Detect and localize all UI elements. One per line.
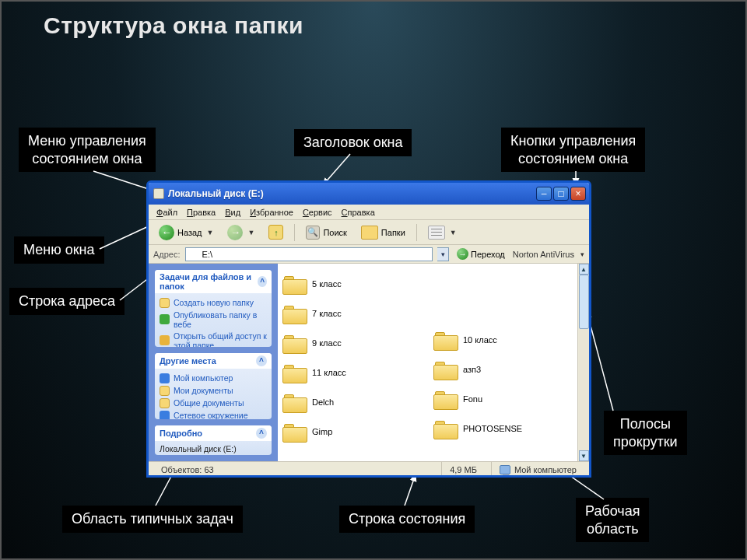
folder-item[interactable]: 11 класс xyxy=(282,359,415,387)
collapse-icon[interactable]: ^ xyxy=(258,276,267,287)
menu-bar: Файл Правка Вид Избранное Сервис Справка xyxy=(149,205,589,220)
menu-view[interactable]: Вид xyxy=(225,208,240,217)
scroll-down-icon[interactable]: ▼ xyxy=(579,450,589,461)
folder-item[interactable]: 10 класс xyxy=(433,326,566,354)
up-button[interactable] xyxy=(263,222,289,242)
content-area[interactable]: 5 класс7 класс9 класс11 классDelchGimp 1… xyxy=(278,264,589,461)
folder-item[interactable]: 9 класс xyxy=(282,329,415,357)
folder-icon xyxy=(433,419,457,438)
label-control-buttons: Кнопки управления состоянием окна xyxy=(501,128,645,172)
folder-label: 10 класс xyxy=(463,335,497,345)
folders-icon xyxy=(361,226,378,240)
chevron-down-icon: ▼ xyxy=(450,229,457,236)
folder-icon xyxy=(433,360,457,379)
address-value: E:\ xyxy=(202,250,212,259)
chevron-down-icon: ▼ xyxy=(207,229,214,236)
task-share[interactable]: Открыть общий доступ к этой папке xyxy=(160,330,267,347)
collapse-icon[interactable]: ^ xyxy=(256,355,267,366)
address-bar: Адрес: E:\ ▾ → Переход Norton AntiVirus … xyxy=(149,245,589,264)
panel-details: Подробно ^ Локальный диск (E:) xyxy=(155,425,272,455)
label-address: Строка адреса xyxy=(9,288,124,315)
network-icon xyxy=(160,411,170,419)
address-input[interactable]: E:\ xyxy=(185,247,433,261)
go-icon: → xyxy=(457,248,468,260)
folder-icon xyxy=(160,386,170,396)
folder-item[interactable]: Delch xyxy=(282,388,415,416)
folder-icon xyxy=(282,275,306,293)
place-my-docs[interactable]: Мои документы xyxy=(160,384,267,397)
window-title: Локальный диск (E:) xyxy=(168,188,536,199)
status-location: Мой компьютер xyxy=(491,462,584,477)
folder-item[interactable]: Fonu xyxy=(433,385,566,413)
folder-item[interactable]: азп3 xyxy=(433,355,566,383)
folders-button[interactable]: Папки xyxy=(356,223,411,242)
views-button[interactable]: ▼ xyxy=(423,223,462,242)
folder-icon xyxy=(282,393,306,411)
separator xyxy=(416,224,417,241)
status-objects: Объектов: 63 xyxy=(153,462,309,477)
folder-item[interactable]: Gimp xyxy=(282,418,415,446)
scroll-up-icon[interactable]: ▲ xyxy=(579,264,589,275)
computer-icon xyxy=(500,465,510,474)
back-button[interactable]: ← Назад ▼ xyxy=(153,222,219,243)
place-shared-docs[interactable]: Общие документы xyxy=(160,397,267,409)
folder-icon xyxy=(433,390,457,408)
folder-item[interactable]: 5 класс xyxy=(282,270,415,298)
scrollbar-vertical[interactable]: ▲ ▼ xyxy=(577,264,589,461)
folders-label: Папки xyxy=(381,228,405,237)
titlebar[interactable]: Локальный диск (E:) – □ × xyxy=(149,183,589,205)
back-label: Назад xyxy=(177,228,202,237)
share-icon xyxy=(160,335,170,345)
menu-tools[interactable]: Сервис xyxy=(303,208,332,217)
separator xyxy=(294,224,295,241)
status-bar: Объектов: 63 4,9 МБ Мой компьютер xyxy=(149,461,589,477)
close-button[interactable]: × xyxy=(570,187,586,201)
folder-item[interactable]: 7 класс xyxy=(282,299,415,327)
forward-icon: → xyxy=(227,225,243,240)
label-statusbar: Строка состояния xyxy=(339,506,475,533)
label-menu: Меню окна xyxy=(14,236,104,264)
tasks-pane: Задачи для файлов и папок ^ Создать нову… xyxy=(149,264,278,461)
label-system-menu: Меню управления состоянием окна xyxy=(19,128,156,172)
panel-places: Другие места ^ Мой компьютер Мои докумен… xyxy=(155,353,272,419)
menu-fav[interactable]: Избранное xyxy=(250,208,293,217)
minimize-button[interactable]: – xyxy=(536,187,552,201)
menu-file[interactable]: Файл xyxy=(156,208,177,217)
maximize-button[interactable]: □ xyxy=(553,187,569,201)
folder-icon xyxy=(282,363,306,382)
panel-tasks: Задачи для файлов и папок ^ Создать нову… xyxy=(155,270,272,347)
address-dropdown[interactable]: ▾ xyxy=(437,247,449,261)
go-label: Переход xyxy=(471,250,505,259)
search-button[interactable]: Поиск xyxy=(300,223,352,242)
scroll-thumb[interactable] xyxy=(579,275,589,329)
folder-label: 9 класс xyxy=(312,338,342,348)
label-tasks-area: Область типичных задач xyxy=(62,506,243,533)
go-button[interactable]: → Переход xyxy=(454,248,508,260)
task-publish[interactable]: Опубликовать папку в вебе xyxy=(160,309,267,330)
globe-icon xyxy=(160,314,170,324)
up-icon xyxy=(268,225,283,240)
menu-edit[interactable]: Правка xyxy=(187,208,216,217)
place-network[interactable]: Сетевое окружение xyxy=(160,409,267,419)
details-text: Локальный диск (E:) xyxy=(155,441,272,455)
folder-icon xyxy=(433,331,457,349)
collapse-icon[interactable]: ^ xyxy=(256,428,267,439)
norton-button[interactable]: Norton AntiVirus xyxy=(513,250,574,259)
folder-item[interactable]: PHOTOSENSE xyxy=(433,415,566,443)
drive-icon xyxy=(189,250,199,259)
folder-label: Fonu xyxy=(463,394,482,404)
label-scrollbars: Полосы прокрутки xyxy=(604,411,687,455)
place-my-computer[interactable]: Мой компьютер xyxy=(160,372,267,384)
folder-icon xyxy=(160,398,170,408)
folder-label: Gimp xyxy=(312,427,332,436)
panel-header: Подробно xyxy=(160,429,202,438)
menu-help[interactable]: Справка xyxy=(342,208,375,217)
forward-button[interactable]: → ▼ xyxy=(222,222,260,243)
chevron-down-icon: ▾ xyxy=(580,250,584,258)
label-title: Заголовок окна xyxy=(294,129,412,156)
task-new-folder[interactable]: Создать новую папку xyxy=(160,296,267,309)
folder-label: азп3 xyxy=(463,365,481,374)
folder-label: 11 класс xyxy=(312,368,346,377)
search-label: Поиск xyxy=(323,228,346,237)
folder-icon xyxy=(282,304,306,323)
